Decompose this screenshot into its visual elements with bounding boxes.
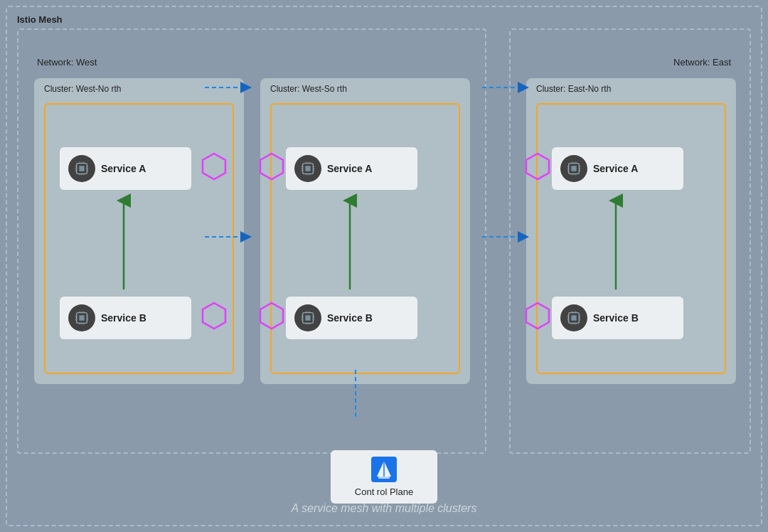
control-plane: Cont rol Plane <box>331 450 437 504</box>
west-south-service-a-box: Service A <box>286 147 417 190</box>
cpu-icon-ws-a <box>300 161 316 176</box>
svg-rect-1 <box>79 166 84 171</box>
svg-marker-14 <box>203 154 225 179</box>
cluster-west-north-inner: Service A <box>44 103 234 374</box>
svg-rect-83 <box>571 315 576 320</box>
istio-mesh-container: Istio Mesh Network: West Cluster: West-N… <box>6 6 762 526</box>
west-north-service-a-icon <box>68 155 95 182</box>
cpu-icon-en-a <box>566 161 582 176</box>
west-south-proxy-a-left <box>256 151 287 182</box>
cpu-icon-b <box>74 310 90 326</box>
west-south-proxy-b-left <box>256 300 287 331</box>
svg-marker-31 <box>203 303 225 329</box>
svg-rect-18 <box>79 315 84 320</box>
east-north-service-b-icon <box>560 304 587 331</box>
west-north-green-arrow <box>117 193 131 297</box>
cpu-icon-en-b <box>566 310 582 326</box>
cluster-west-north-label: Cluster: West-No rth <box>44 84 121 94</box>
network-east: Network: East Cluster: East-No rth <box>509 28 751 454</box>
caption: A service mesh with multiple clusters <box>7 502 761 515</box>
west-south-proxy-a-left-hex <box>256 151 287 182</box>
west-north-proxy-b <box>198 300 230 331</box>
cluster-west-south-label: Cluster: West-So rth <box>270 84 347 94</box>
east-north-proxy-b-hex <box>522 300 553 331</box>
west-north-service-b-icon <box>68 304 95 331</box>
svg-marker-64 <box>526 154 549 179</box>
svg-rect-50 <box>305 315 310 320</box>
control-plane-label: Cont rol Plane <box>355 486 413 497</box>
east-north-service-a-icon <box>560 155 587 182</box>
svg-marker-63 <box>260 303 283 329</box>
svg-rect-105 <box>378 477 390 479</box>
cpu-icon-ws-b <box>300 310 316 326</box>
cluster-east-north-inner: Service A <box>536 103 726 374</box>
network-east-label: Network: East <box>673 57 731 68</box>
east-north-proxy-a-hex <box>522 151 553 182</box>
cluster-east-north: Cluster: East-No rth <box>526 78 736 384</box>
cluster-east-north-label: Cluster: East-No rth <box>536 84 611 94</box>
west-south-service-b-box: Service B <box>286 297 417 339</box>
east-north-green-arrow <box>609 193 623 297</box>
cluster-west-south-inner: Service A <box>270 103 460 374</box>
cluster-west-south: Cluster: West-So rth <box>260 78 470 384</box>
west-south-green-arrow <box>343 193 357 297</box>
west-north-proxy-a <box>198 151 230 182</box>
svg-rect-66 <box>571 166 576 171</box>
west-north-proxy-a-hex <box>198 151 230 182</box>
east-north-service-a-box: Service A <box>552 147 683 190</box>
west-south-service-a-icon <box>294 155 321 182</box>
istio-mesh-label: Istio Mesh <box>17 14 63 25</box>
west-south-service-a-label: Service A <box>327 163 372 174</box>
west-north-service-b-label: Service B <box>101 312 146 324</box>
east-north-proxy-a-left <box>522 151 553 182</box>
west-south-proxy-b-left-hex <box>256 300 287 331</box>
east-north-proxy-b-left <box>522 300 553 331</box>
cluster-west-north: Cluster: West-No rth <box>34 78 244 384</box>
west-north-service-b-box: Service B <box>60 297 191 339</box>
network-west-label: Network: West <box>37 57 97 68</box>
cpu-icon <box>74 161 90 176</box>
west-north-proxy-b-hex <box>198 300 230 331</box>
network-west: Network: West Cluster: West-No rth <box>17 28 486 454</box>
west-north-service-a-label: Service A <box>101 163 146 174</box>
svg-rect-33 <box>305 166 310 171</box>
svg-marker-81 <box>526 303 549 329</box>
istio-icon <box>371 457 397 482</box>
west-south-service-b-icon <box>294 304 321 331</box>
west-south-service-b-label: Service B <box>327 312 373 324</box>
east-north-service-a-label: Service A <box>593 163 638 174</box>
west-north-service-a-box: Service A <box>60 147 191 190</box>
east-north-service-b-label: Service B <box>593 312 639 324</box>
svg-marker-46 <box>260 154 283 179</box>
east-north-service-b-box: Service B <box>552 297 683 339</box>
